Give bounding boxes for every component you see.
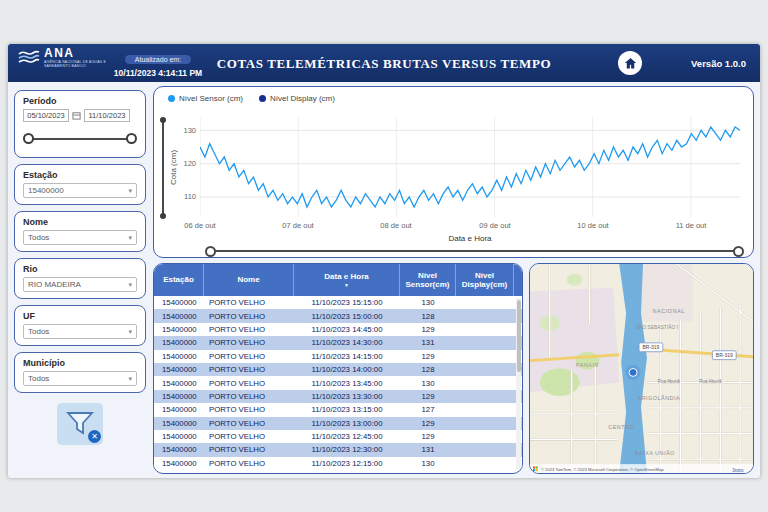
estacao-dropdown[interactable]: 15400000 ▾ — [23, 183, 137, 198]
column-header-nivel-display[interactable]: Nível Display(cm) — [456, 264, 514, 296]
column-header-estacao[interactable]: Estação — [154, 264, 204, 296]
periodo-label: Período — [23, 96, 137, 106]
table-cell: 15400000 — [154, 392, 204, 401]
table-row[interactable]: 15400000PORTO VELHO11/10/2023 14:15:0012… — [154, 350, 522, 363]
table-row[interactable]: 15400000PORTO VELHO11/10/2023 13:15:0012… — [154, 403, 522, 416]
table-row[interactable]: 15400000PORTO VELHO11/10/2023 12:30:0013… — [154, 443, 522, 456]
chart-legend: Nível Sensor (cm) Nível Display (cm) — [168, 94, 335, 103]
table-row[interactable]: 15400000PORTO VELHO11/10/2023 12:45:0012… — [154, 430, 522, 443]
x-tick-3: 09 de out — [467, 221, 523, 230]
table-cell: PORTO VELHO — [204, 325, 294, 334]
table-cell: 11/10/2023 13:45:00 — [294, 379, 400, 388]
svg-text:BR-319: BR-319 — [643, 345, 660, 350]
start-date-input[interactable]: 05/10/2023 — [23, 109, 69, 122]
table-cell: 15400000 — [154, 445, 204, 454]
map-panel[interactable]: NACIONAL SÃO SEBASTIÃO I PANAIR Rua Abun… — [529, 263, 754, 474]
legend-item-sensor[interactable]: Nível Sensor (cm) — [168, 94, 243, 103]
table-cell: PORTO VELHO — [204, 379, 294, 388]
map-park — [540, 369, 580, 397]
table-cell: 15400000 — [154, 365, 204, 374]
map-canvas[interactable]: NACIONAL SÃO SEBASTIÃO I PANAIR Rua Abun… — [530, 264, 753, 473]
map-park — [567, 274, 583, 286]
hslider-handle-start[interactable] — [205, 246, 216, 257]
column-header-data-e-hora[interactable]: Data e Hora ▼ — [294, 264, 400, 296]
y-axis-title: Cota (cm) — [169, 140, 178, 196]
table-cell: 11/10/2023 13:30:00 — [294, 392, 400, 401]
table-cell: 11/10/2023 14:00:00 — [294, 365, 400, 374]
map-label-nacional: NACIONAL — [652, 308, 685, 314]
x-tick-5: 11 de out — [663, 221, 719, 230]
table-row[interactable]: 15400000PORTO VELHO11/10/2023 14:30:0013… — [154, 336, 522, 349]
y-tick-110: 110 — [178, 192, 196, 201]
map-label-rua-abuna-1: Rua Abunã — [658, 379, 681, 384]
y-axis-range-slider[interactable] — [158, 117, 168, 219]
line-chart-svg — [200, 117, 740, 217]
svg-text:BR-319: BR-319 — [716, 353, 733, 358]
table-cell: 129 — [400, 432, 456, 441]
table-cell: 11/10/2023 13:00:00 — [294, 419, 400, 428]
municipio-dropdown[interactable]: Todos ▾ — [23, 371, 137, 386]
terms-link[interactable]: Terms — [732, 467, 743, 472]
slider-handle-start[interactable] — [23, 133, 34, 144]
legend-label-sensor: Nível Sensor (cm) — [179, 94, 243, 103]
table-row[interactable]: 15400000PORTO VELHO11/10/2023 13:45:0013… — [154, 376, 522, 389]
nome-dropdown[interactable]: Todos ▾ — [23, 230, 137, 245]
table-row[interactable]: 15400000PORTO VELHO11/10/2023 14:00:0012… — [154, 363, 522, 376]
table-cell: 15400000 — [154, 338, 204, 347]
map-label-centro: CENTRO — [608, 424, 634, 430]
hslider-handle-end[interactable] — [733, 246, 744, 257]
table-row[interactable]: 15400000PORTO VELHO11/10/2023 15:15:0013… — [154, 296, 522, 309]
map-label-sao-sebastiao: SÃO SEBASTIÃO I — [636, 324, 679, 330]
municipio-label: Município — [23, 358, 137, 368]
station-marker[interactable] — [629, 369, 637, 377]
end-date-input[interactable]: 11/10/2023 — [84, 109, 130, 122]
table-cell: 15400000 — [154, 325, 204, 334]
table-scrollbar-thumb[interactable] — [517, 300, 521, 372]
slider-handle-end[interactable] — [126, 133, 137, 144]
slider-track[interactable] — [26, 138, 134, 140]
rio-dropdown[interactable]: RIO MADEIRA ▾ — [23, 277, 137, 292]
updated-label: Atualizado em: — [125, 55, 191, 64]
table-cell: 129 — [400, 419, 456, 428]
table-cell: 11/10/2023 12:30:00 — [294, 445, 400, 454]
line-chart-plot[interactable] — [200, 117, 740, 217]
table-row[interactable]: 15400000PORTO VELHO11/10/2023 13:30:0012… — [154, 390, 522, 403]
data-table-panel: Estação Nome Data e Hora ▼ Nível Sensor(… — [153, 263, 523, 474]
x-axis-range-slider[interactable] — [206, 245, 743, 257]
table-cell: 11/10/2023 15:00:00 — [294, 312, 400, 321]
legend-item-display[interactable]: Nível Display (cm) — [259, 94, 335, 103]
table-cell: 11/10/2023 14:45:00 — [294, 325, 400, 334]
home-icon — [623, 56, 638, 71]
table-row[interactable]: 15400000PORTO VELHO11/10/2023 14:45:0012… — [154, 323, 522, 336]
table-cell: 11/10/2023 14:30:00 — [294, 338, 400, 347]
home-button[interactable] — [618, 51, 642, 75]
table-cell: 131 — [400, 445, 456, 454]
table-cell: 11/10/2023 13:15:00 — [294, 405, 400, 414]
table-cell: 129 — [400, 352, 456, 361]
table-row[interactable]: 15400000PORTO VELHO11/10/2023 12:15:0013… — [154, 457, 522, 470]
table-cell: 129 — [400, 325, 456, 334]
estacao-value: 15400000 — [28, 186, 64, 195]
table-cell: 131 — [400, 338, 456, 347]
municipio-value: Todos — [28, 374, 49, 383]
x-tick-1: 07 de out — [270, 221, 326, 230]
series-line — [200, 127, 740, 207]
column-header-nome[interactable]: Nome — [204, 264, 294, 296]
table-cell: 15400000 — [154, 419, 204, 428]
table-scrollbar[interactable] — [516, 298, 521, 470]
table-cell: 128 — [400, 312, 456, 321]
table-row[interactable]: 15400000PORTO VELHO11/10/2023 15:00:0012… — [154, 309, 522, 322]
table-row[interactable]: 15400000PORTO VELHO11/10/2023 13:00:0012… — [154, 417, 522, 430]
nome-slicer: Nome Todos ▾ — [14, 211, 146, 252]
waves-icon — [18, 50, 40, 66]
x-tick-2: 08 de out — [368, 221, 424, 230]
clear-filters-button[interactable]: ✕ — [57, 403, 103, 445]
vslider-handle-top[interactable] — [160, 117, 166, 123]
uf-dropdown[interactable]: Todos ▾ — [23, 324, 137, 339]
vslider-handle-bottom[interactable] — [160, 213, 166, 219]
column-header-nivel-sensor[interactable]: Nível Sensor(cm) — [400, 264, 456, 296]
map-attribution: © 2023 TomTom, © 2023 Microsoft Corporat… — [530, 464, 753, 473]
legend-label-display: Nível Display (cm) — [270, 94, 335, 103]
sort-descending-icon: ▼ — [344, 283, 349, 288]
table-cell: PORTO VELHO — [204, 445, 294, 454]
